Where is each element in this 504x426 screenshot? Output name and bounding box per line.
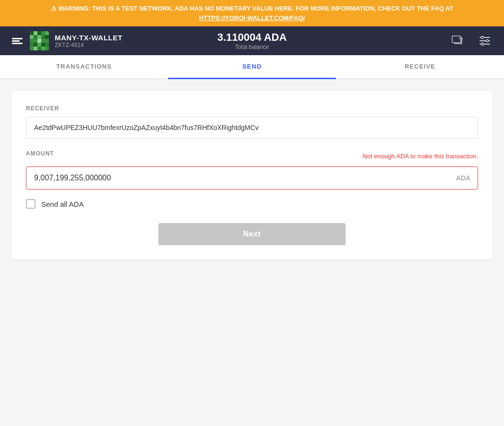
svg-rect-11 [45,47,49,50]
send-all-checkbox[interactable] [26,199,36,209]
svg-point-30 [481,36,484,39]
warning-icon: ⚠ [51,5,59,12]
header-center: 3.110004 ADA Total balance [171,31,333,50]
svg-rect-22 [34,47,37,50]
svg-point-31 [486,40,489,42]
svg-rect-6 [45,39,49,43]
svg-rect-7 [34,43,37,47]
header-left: MANY-TX-WALLET ZKTZ-4614 [10,31,171,50]
balance-amount: 3.110004 ADA [217,31,287,44]
yoroi-logo-icon [10,33,25,48]
svg-rect-3 [34,35,37,39]
tab-send[interactable]: SEND [168,55,336,79]
amount-label: AMOUNT [26,150,54,157]
svg-rect-17 [37,35,41,39]
svg-rect-9 [37,47,41,50]
wallet-info: MANY-TX-WALLET ZKTZ-4614 [55,34,122,48]
warning-text: WARNING: THIS IS A TEST NETWORK. ADA HAS… [58,5,453,12]
wallet-name: MANY-TX-WALLET [55,34,122,42]
svg-rect-18 [30,43,34,47]
settings-icon [478,34,492,47]
svg-rect-16 [45,35,49,39]
amount-header: AMOUNT Not enough ADA to make this trans… [26,150,478,162]
settings-button[interactable] [475,31,494,50]
svg-rect-12 [30,35,34,39]
svg-point-32 [481,43,484,46]
svg-rect-8 [41,43,45,47]
svg-rect-5 [30,39,34,43]
send-all-label[interactable]: Send all ADA [41,200,84,208]
send-all-row: Send all ADA [26,199,478,209]
svg-rect-19 [45,43,49,47]
svg-rect-24 [41,31,45,35]
tab-transactions[interactable]: TRANSACTIONS [0,55,168,79]
amount-error: Not enough ADA to make this transaction. [362,153,478,160]
tab-receive[interactable]: RECEIVE [336,55,504,79]
send-receive-icon [451,34,465,47]
logo-layers [12,38,23,44]
svg-rect-10 [30,47,34,50]
next-button[interactable]: Next [158,223,346,245]
svg-rect-23 [41,47,45,50]
header: MANY-TX-WALLET ZKTZ-4614 3.110004 ADA To… [0,26,504,55]
tabs: TRANSACTIONS SEND RECEIVE [0,55,504,79]
warning-link[interactable]: HTTPS://YOROI-WALLET.COM/FAQ/ [199,14,305,22]
svg-rect-13 [37,39,41,43]
svg-rect-2 [37,31,41,35]
receiver-input[interactable] [26,117,478,139]
balance-label: Total balance [235,44,269,50]
svg-rect-1 [30,31,34,35]
warning-banner: ⚠ WARNING: THIS IS A TEST NETWORK. ADA H… [0,0,504,26]
next-button-wrapper: Next [26,223,478,245]
amount-input[interactable] [26,166,478,189]
wallet-id: ZKTZ-4614 [55,42,122,48]
wallet-avatar [30,31,49,50]
main-content: RECEIVER AMOUNT Not enough ADA to make t… [0,79,504,271]
svg-rect-20 [34,39,37,43]
svg-rect-25 [452,36,461,43]
svg-rect-15 [45,31,49,35]
header-right [333,31,494,50]
send-receive-button[interactable] [448,31,468,50]
svg-rect-4 [41,35,45,39]
svg-rect-14 [34,31,37,35]
receiver-label: RECEIVER [26,105,478,112]
form-card: RECEIVER AMOUNT Not enough ADA to make t… [12,91,492,260]
amount-input-wrapper: ADA [26,166,478,189]
avatar-svg [30,31,49,50]
svg-rect-21 [41,39,45,43]
